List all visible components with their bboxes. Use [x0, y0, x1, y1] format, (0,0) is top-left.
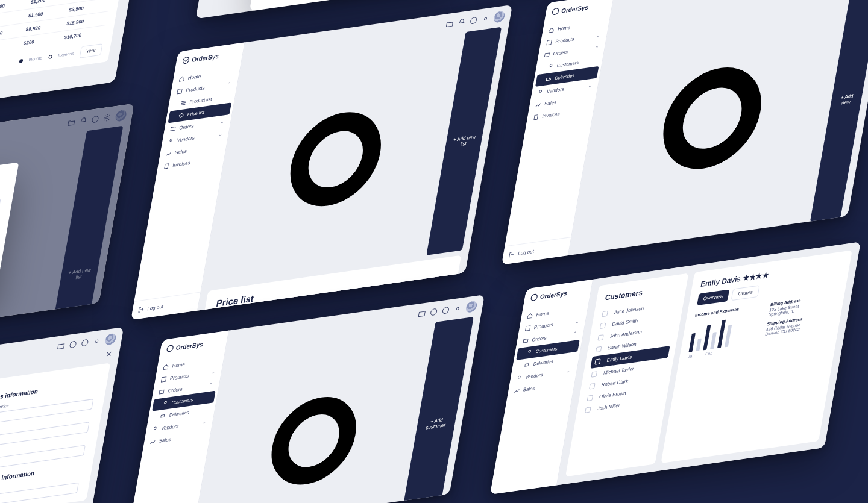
svg-point-33 [166, 345, 174, 352]
close-icon[interactable]: ✕ [105, 349, 113, 359]
folder-icon[interactable] [445, 20, 454, 28]
svg-rect-34 [161, 377, 166, 382]
window-deliveries: OrderSys Home Products⌄ Orders⌃ Customer… [502, 0, 868, 265]
svg-rect-48 [525, 364, 529, 366]
svg-point-40 [430, 308, 438, 316]
help-icon[interactable] [470, 16, 478, 25]
help-icon[interactable] [441, 306, 450, 314]
login-card: Log in Sign in to access your account En… [250, 0, 430, 11]
year-selector[interactable]: Year [79, 43, 102, 58]
svg-rect-21 [534, 115, 538, 120]
svg-point-13 [484, 17, 487, 20]
svg-rect-17 [544, 53, 549, 57]
gear-icon[interactable] [453, 304, 462, 313]
svg-point-7 [183, 57, 190, 64]
gear-icon[interactable] [481, 14, 489, 23]
help-icon[interactable] [81, 339, 89, 347]
svg-point-18 [550, 64, 552, 67]
svg-rect-39 [418, 311, 425, 317]
svg-point-36 [164, 401, 166, 404]
window-pricelist-modal: + Add new list Price list Updates 32% ma… [0, 104, 134, 350]
svg-point-10 [170, 139, 172, 142]
window-add-product: OrderSys Home Products⌃ Product list Pri… [0, 327, 124, 503]
svg-rect-45 [525, 326, 530, 331]
bell-icon[interactable] [458, 18, 466, 27]
svg-point-25 [667, 72, 758, 164]
svg-rect-11 [165, 164, 169, 169]
folder-icon[interactable] [418, 310, 426, 318]
gear-small-icon[interactable] [576, 0, 849, 255]
svg-point-31 [81, 339, 89, 346]
gear-small-icon[interactable] [209, 33, 462, 286]
window-customer-detail: OrderSys Home Products⌄ Orders⌃ Customer… [490, 242, 861, 495]
window-pricelist: OrderSys Home Products⌃ Product list Pri… [131, 5, 512, 320]
svg-point-12 [470, 17, 477, 24]
svg-point-42 [456, 307, 459, 310]
bell-icon[interactable] [69, 340, 77, 349]
avatar[interactable] [493, 11, 506, 23]
avatar[interactable] [104, 333, 117, 346]
svg-rect-35 [159, 390, 164, 394]
svg-point-49 [518, 376, 520, 378]
tab-overview[interactable]: Overview [697, 289, 729, 305]
card-projects: Projects NameBilled hoursUnbilledExpecte… [0, 0, 127, 88]
svg-point-14 [294, 117, 378, 201]
svg-point-44 [530, 294, 538, 301]
svg-rect-29 [58, 344, 64, 349]
svg-rect-16 [547, 40, 552, 45]
svg-rect-46 [523, 339, 528, 343]
svg-rect-8 [177, 89, 182, 93]
svg-point-30 [69, 341, 77, 348]
svg-rect-37 [161, 415, 165, 417]
svg-point-15 [552, 8, 559, 15]
avatar[interactable] [465, 301, 477, 313]
svg-point-32 [95, 340, 98, 343]
gear-icon[interactable] [93, 337, 101, 345]
window-customers: OrderSys Home Products⌄ Orders⌃ Customer… [127, 295, 485, 503]
svg-rect-9 [171, 127, 175, 131]
name-field[interactable] [0, 199, 1, 228]
bell-icon[interactable] [430, 308, 438, 316]
svg-point-43 [274, 401, 353, 480]
svg-point-20 [539, 90, 542, 92]
folder-icon[interactable] [57, 342, 65, 351]
svg-point-47 [528, 350, 530, 352]
svg-point-41 [442, 307, 450, 314]
svg-point-38 [154, 427, 156, 430]
svg-rect-19 [546, 78, 549, 80]
tab-orders[interactable]: Orders [731, 285, 760, 301]
